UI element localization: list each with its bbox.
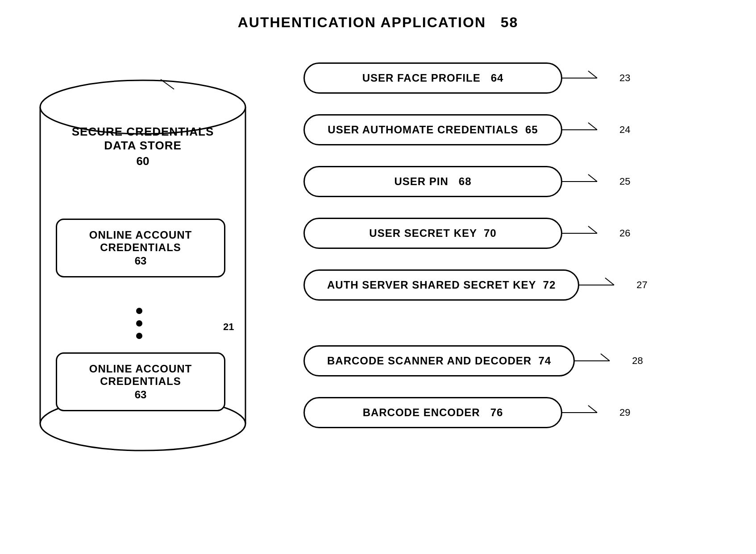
pill-user-secret-key: USER SECRET KEY 70 bbox=[303, 218, 562, 249]
ref-23: 23 bbox=[619, 72, 630, 84]
pill-user-pin: USER PIN 68 bbox=[303, 166, 562, 197]
ref-26: 26 bbox=[619, 227, 630, 239]
pill-row-2: USER PIN 68 25 bbox=[303, 166, 732, 197]
svg-line-6 bbox=[588, 71, 597, 78]
credentials-box-top: ONLINE ACCOUNT CREDENTIALS 63 bbox=[56, 219, 225, 277]
ref-28: 28 bbox=[632, 355, 643, 367]
dot-1 bbox=[136, 308, 142, 314]
ref-24: 24 bbox=[619, 124, 630, 136]
ref-27: 27 bbox=[636, 279, 647, 291]
pill-row-1: USER AUTHOMATE CREDENTIALS 65 24 bbox=[303, 114, 732, 145]
pill-row-0: USER FACE PROFILE 64 23 bbox=[303, 62, 732, 94]
arrow-ref-29 bbox=[561, 404, 619, 422]
svg-line-16 bbox=[601, 354, 610, 361]
dot-3 bbox=[136, 333, 142, 339]
arrow-ref-24 bbox=[561, 121, 619, 139]
cylinder-label: SECURE CREDENTIALS DATA STORE 60 bbox=[27, 125, 259, 168]
pill-row-5: BARCODE SCANNER AND DECODER 74 28 bbox=[303, 345, 732, 376]
page-title: AUTHENTICATION APPLICATION 58 bbox=[0, 14, 756, 31]
ref-29: 29 bbox=[619, 407, 630, 418]
svg-line-12 bbox=[588, 226, 597, 233]
svg-line-14 bbox=[605, 278, 614, 285]
ref-21-label: 21 bbox=[223, 321, 234, 333]
arrow-ref-25 bbox=[561, 173, 619, 190]
pills-section: USER FACE PROFILE 64 23 USER AUTHOMATE C… bbox=[303, 62, 732, 449]
pill-user-authomate: USER AUTHOMATE CREDENTIALS 65 bbox=[303, 114, 562, 145]
arrow-ref-26 bbox=[561, 224, 619, 242]
pill-row-3: USER SECRET KEY 70 26 bbox=[303, 218, 732, 249]
pill-user-face-profile: USER FACE PROFILE 64 bbox=[303, 62, 562, 94]
pill-row-6: BARCODE ENCODER 76 29 bbox=[303, 397, 732, 428]
arrow-ref-27 bbox=[578, 276, 636, 294]
dot-2 bbox=[136, 320, 142, 327]
pill-barcode-scanner: BARCODE SCANNER AND DECODER 74 bbox=[303, 345, 575, 376]
dots-separator bbox=[136, 308, 142, 339]
credentials-box-bottom: ONLINE ACCOUNT CREDENTIALS 63 bbox=[56, 352, 225, 411]
pill-row-4: AUTH SERVER SHARED SECRET KEY 72 27 bbox=[303, 269, 732, 301]
svg-line-8 bbox=[588, 123, 597, 130]
cylinder-diagram: 20 SECURE CREDENTIALS DATA STORE 60 ONLI… bbox=[27, 71, 277, 464]
arrow-ref-28 bbox=[574, 352, 632, 370]
pill-auth-server: AUTH SERVER SHARED SECRET KEY 72 bbox=[303, 269, 579, 301]
svg-line-10 bbox=[588, 174, 597, 182]
ref-25: 25 bbox=[619, 176, 630, 187]
arrow-ref-23 bbox=[561, 69, 619, 87]
pill-barcode-encoder: BARCODE ENCODER 76 bbox=[303, 397, 562, 428]
svg-line-18 bbox=[588, 405, 597, 413]
